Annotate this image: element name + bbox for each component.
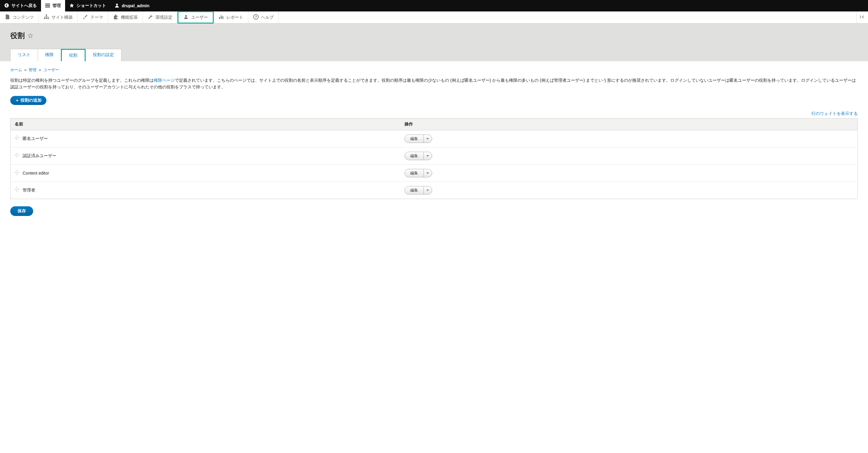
tab-role-settings[interactable]: 役割の設定	[85, 49, 121, 61]
appearance-label: テーマ	[90, 15, 103, 20]
add-shortcut-star-icon[interactable]	[28, 33, 33, 38]
star-icon	[69, 3, 74, 9]
svg-rect-12	[222, 16, 223, 19]
people-label: ユーザー	[191, 15, 208, 20]
svg-rect-8	[48, 18, 49, 19]
admin-menu-reports[interactable]: レポート	[214, 11, 248, 23]
svg-rect-5	[46, 15, 47, 16]
role-ops-cell: 編集	[400, 130, 858, 147]
people-icon	[183, 14, 189, 21]
user-account-link[interactable]: drupal_admin	[110, 0, 154, 11]
admin-menu-extend[interactable]: 機能拡張	[108, 11, 143, 23]
role-ops-cell: 編集	[400, 147, 858, 164]
edit-button[interactable]: 編集	[405, 152, 424, 160]
breadcrumb-sep: »	[39, 67, 41, 72]
role-ops-cell: 編集	[400, 164, 858, 181]
configuration-label: 環境設定	[156, 15, 173, 20]
svg-rect-7	[46, 18, 47, 19]
admin-menu-people[interactable]: ユーザー	[178, 11, 214, 24]
drag-handle-icon[interactable]	[15, 170, 19, 175]
structure-icon	[44, 14, 49, 21]
breadcrumb-home[interactable]: ホーム	[10, 67, 22, 72]
edit-button[interactable]: 編集	[405, 187, 424, 194]
admin-menu-content[interactable]: コンテンツ	[0, 11, 39, 23]
role-name: 匿名ユーザー	[23, 136, 48, 141]
role-name: 管理者	[23, 188, 35, 192]
page-header: 役割 リスト 権限 役割 役割の設定	[0, 24, 868, 61]
page-description: 役割は特定の権利を持つユーザーのグループを定義します。これらの権限は権限ページで…	[10, 77, 858, 90]
back-to-site-link[interactable]: サイトへ戻る	[0, 0, 41, 11]
dropbutton: 編集	[404, 152, 432, 160]
breadcrumb-admin[interactable]: 管理	[29, 67, 36, 72]
th-name: 名前	[10, 118, 400, 130]
tab-permissions[interactable]: 権限	[38, 49, 61, 61]
puzzle-icon	[113, 14, 119, 21]
drag-handle-icon[interactable]	[15, 187, 19, 192]
dropbutton-toggle[interactable]	[424, 187, 432, 194]
svg-rect-3	[45, 7, 50, 7]
back-to-site-label: サイトへ戻る	[11, 3, 37, 8]
admin-menu-help[interactable]: ? ヘルプ	[248, 11, 279, 23]
help-icon: ?	[253, 14, 258, 21]
edit-button[interactable]: 編集	[405, 169, 424, 177]
role-name-cell: Content editor	[10, 164, 400, 181]
tab-roles[interactable]: 役割	[61, 49, 86, 61]
dropbutton-toggle[interactable]	[424, 152, 432, 160]
role-name: 認証済みユーザー	[23, 153, 56, 158]
dropbutton-toggle[interactable]	[424, 135, 432, 143]
add-role-button[interactable]: ＋ 役割の追加	[10, 96, 46, 105]
drag-handle-icon[interactable]	[15, 153, 19, 158]
th-operations: 操作	[400, 118, 858, 130]
admin-menu-structure[interactable]: サイト構築	[39, 11, 78, 23]
svg-rect-2	[45, 5, 50, 6]
svg-point-0	[4, 3, 9, 7]
toolbar-orientation-toggle[interactable]	[856, 11, 868, 23]
breadcrumb-sep: »	[24, 67, 27, 72]
manage-label: 管理	[53, 3, 61, 8]
manage-toggle[interactable]: 管理	[41, 0, 65, 11]
file-icon	[5, 14, 10, 21]
top-toolbar: サイトへ戻る 管理 ショートカット drupal_admin	[0, 0, 868, 11]
main-content: ホーム » 管理 » ユーザー 役割は特定の権利を持つユーザーのグループを定義し…	[0, 61, 868, 222]
add-role-label: 役割の追加	[21, 98, 41, 103]
dropbutton: 編集	[404, 169, 432, 177]
dropbutton: 編集	[404, 186, 432, 195]
admin-menu-configuration[interactable]: 環境設定	[143, 11, 178, 23]
table-row: Content editor編集	[10, 164, 858, 181]
drag-handle-icon[interactable]	[15, 136, 19, 141]
content-label: コンテンツ	[13, 15, 34, 20]
edit-button[interactable]: 編集	[405, 135, 424, 143]
hamburger-icon	[45, 3, 50, 9]
table-row: 管理者編集	[10, 181, 858, 199]
plus-icon: ＋	[15, 98, 19, 103]
save-button[interactable]: 保存	[10, 206, 33, 216]
shortcuts-link[interactable]: ショートカット	[65, 0, 110, 11]
role-name-cell: 認証済みユーザー	[10, 147, 400, 164]
chart-icon	[218, 14, 224, 21]
svg-point-9	[185, 15, 187, 17]
show-row-weights: 行のウェイトを表示する	[10, 111, 858, 116]
breadcrumb: ホーム » 管理 » ユーザー	[10, 67, 858, 73]
svg-text:?: ?	[255, 15, 257, 19]
admin-menu-appearance[interactable]: テーマ	[78, 11, 108, 23]
shortcuts-label: ショートカット	[76, 3, 106, 8]
collapse-icon	[860, 14, 865, 21]
table-row: 匿名ユーザー編集	[10, 130, 858, 147]
svg-rect-11	[221, 16, 222, 19]
reports-label: レポート	[226, 15, 243, 20]
role-name: Content editor	[23, 171, 49, 175]
brush-icon	[83, 14, 88, 21]
primary-tabs: リスト 権限 役割 役割の設定	[10, 49, 858, 61]
roles-table: 名前 操作 匿名ユーザー編集認証済みユーザー編集Content editor編集…	[10, 118, 858, 199]
tab-list[interactable]: リスト	[10, 49, 38, 61]
role-name-cell: 匿名ユーザー	[10, 130, 400, 147]
dropbutton: 編集	[404, 135, 432, 143]
structure-label: サイト構築	[52, 15, 73, 20]
page-title: 役割	[10, 31, 25, 40]
dropbutton-toggle[interactable]	[424, 169, 432, 177]
breadcrumb-people[interactable]: ユーザー	[43, 67, 59, 72]
role-name-cell: 管理者	[10, 181, 400, 199]
show-weights-link[interactable]: 行のウェイトを表示する	[811, 111, 858, 116]
permissions-page-link[interactable]: 権限ページ	[154, 78, 175, 83]
svg-rect-1	[45, 4, 50, 4]
